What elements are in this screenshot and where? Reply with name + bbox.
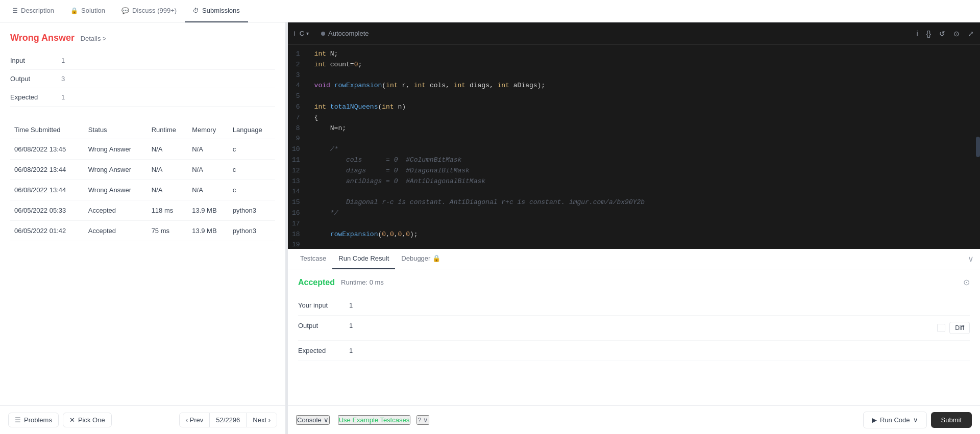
tab-debugger[interactable]: Debugger 🔒 bbox=[395, 249, 447, 269]
table-row[interactable]: 06/08/2022 13:45 Wrong Answer N/A N/A c bbox=[10, 139, 275, 160]
console-button[interactable]: Console ∨ bbox=[296, 415, 330, 425]
col-runtime: Runtime bbox=[148, 121, 188, 139]
line-numbers: 12345678910111213141516171819202122 bbox=[288, 45, 310, 249]
line-num: 17 bbox=[288, 219, 304, 229]
line-num: 14 bbox=[288, 187, 304, 197]
reset-icon[interactable]: ↺ bbox=[939, 30, 945, 38]
cell-time: 06/08/2022 13:45 bbox=[10, 139, 84, 160]
console-label: Console bbox=[297, 416, 322, 424]
submission-detail: Wrong Answer Details > Input 1 Output 3 … bbox=[0, 22, 285, 113]
cell-runtime: N/A bbox=[148, 160, 188, 180]
submissions-table: Time Submitted Status Runtime Memory Lan… bbox=[10, 121, 275, 241]
help-label: ? bbox=[418, 416, 421, 424]
cell-language: python3 bbox=[229, 221, 275, 241]
cell-time: 06/08/2022 13:44 bbox=[10, 180, 84, 200]
your-input-row: Your input 1 bbox=[298, 295, 970, 316]
cell-runtime: N/A bbox=[148, 139, 188, 160]
result-content: Accepted Runtime: 0 ms ⊙ Your input 1 Ou… bbox=[288, 269, 980, 405]
autocomplete-toggle[interactable]: Autocomplete bbox=[321, 30, 369, 37]
tab-discuss[interactable]: 💬 Discuss (999+) bbox=[113, 0, 185, 22]
table-row[interactable]: 06/05/2022 01:42 Accepted 75 ms 13.9 MB … bbox=[10, 221, 275, 241]
cell-status: Wrong Answer bbox=[84, 180, 148, 200]
prev-button[interactable]: ‹ Prev bbox=[180, 413, 210, 427]
table-row[interactable]: 06/08/2022 13:44 Wrong Answer N/A N/A c bbox=[10, 180, 275, 200]
chevron-down-icon: ▾ bbox=[306, 31, 309, 36]
diff-area: Diff bbox=[937, 322, 970, 334]
cell-status: Accepted bbox=[84, 221, 148, 241]
tab-description[interactable]: ☰ Description bbox=[4, 0, 62, 22]
expected-value: 1 bbox=[61, 93, 65, 101]
cell-runtime: 118 ms bbox=[148, 200, 188, 221]
tab-testcase[interactable]: Testcase bbox=[294, 249, 332, 269]
tab-solution[interactable]: 🔒 Solution bbox=[62, 0, 113, 22]
bottom-bar-right: Console ∨ Use Example Testcases ? ∨ ▶ Ru… bbox=[288, 405, 980, 434]
code-editor[interactable]: 12345678910111213141516171819202122 int … bbox=[288, 45, 980, 249]
expected-row: Expected 1 bbox=[10, 88, 275, 107]
help-button[interactable]: ? ∨ bbox=[416, 415, 429, 425]
next-button[interactable]: Next › bbox=[247, 413, 277, 427]
info-icon[interactable]: i bbox=[917, 30, 918, 38]
nav-group: ‹ Prev 52/2296 Next › bbox=[179, 413, 277, 427]
cell-memory: N/A bbox=[188, 180, 229, 200]
col-time: Time Submitted bbox=[10, 121, 84, 139]
result-runtime: Runtime: 0 ms bbox=[341, 278, 384, 286]
tab-run-code-result[interactable]: Run Code Result bbox=[332, 249, 395, 269]
line-num: 5 bbox=[288, 91, 304, 102]
line-num: 6 bbox=[288, 102, 304, 113]
line-num: 16 bbox=[288, 208, 304, 219]
lock-icon: 🔒 bbox=[70, 7, 78, 14]
fullscreen-icon[interactable]: ⤢ bbox=[968, 30, 974, 38]
cell-language: c bbox=[229, 139, 275, 160]
editor-header: i C ▾ Autocomplete i {} ↺ ⊙ ⤢ bbox=[288, 22, 980, 45]
submissions-section: Time Submitted Status Runtime Memory Lan… bbox=[0, 121, 285, 405]
line-num: 18 bbox=[288, 229, 304, 240]
pick-icon: ✕ bbox=[69, 416, 75, 424]
code-content[interactable]: int N; int count=0; void rowExpansion(in… bbox=[310, 45, 980, 249]
line-num: 7 bbox=[288, 113, 304, 123]
format-icon[interactable]: {} bbox=[926, 30, 931, 38]
your-input-label: Your input bbox=[298, 301, 349, 309]
line-num: 15 bbox=[288, 197, 304, 208]
result-expected-label: Expected bbox=[298, 347, 349, 354]
top-tabs: ☰ Description 🔒 Solution 💬 Discuss (999+… bbox=[0, 0, 980, 22]
result-output-value: 1 bbox=[349, 322, 937, 329]
line-num: 10 bbox=[288, 144, 304, 155]
cell-time: 06/05/2022 05:33 bbox=[10, 200, 84, 221]
line-num: 2 bbox=[288, 60, 304, 70]
diff-box bbox=[937, 324, 945, 332]
autocomplete-dot bbox=[321, 32, 325, 36]
editor-resize-handle[interactable] bbox=[976, 137, 980, 157]
cell-status: Wrong Answer bbox=[84, 160, 148, 180]
bottom-bar-left: ☰ Problems ✕ Pick One ‹ Prev 52/2296 Nex… bbox=[0, 405, 285, 434]
autocomplete-label: Autocomplete bbox=[328, 30, 369, 37]
submit-button[interactable]: Submit bbox=[931, 412, 972, 428]
detail-table: Input 1 Output 3 Expected 1 bbox=[10, 52, 275, 107]
result-output-label: Output bbox=[298, 322, 349, 329]
input-label: Input bbox=[10, 57, 61, 64]
pick-one-button[interactable]: ✕ Pick One bbox=[63, 413, 112, 427]
discuss-icon: 💬 bbox=[121, 7, 129, 14]
result-expected-row: Expected 1 bbox=[298, 341, 970, 361]
run-code-button[interactable]: ▶ Run Code ∨ bbox=[863, 412, 927, 428]
problems-button[interactable]: ☰ Problems bbox=[8, 413, 59, 427]
col-language: Language bbox=[229, 121, 275, 139]
result-header: Accepted Runtime: 0 ms ⊙ bbox=[298, 277, 970, 287]
line-num: 1 bbox=[288, 49, 304, 60]
result-info-icon[interactable]: ⊙ bbox=[963, 277, 970, 287]
submission-status: Wrong Answer bbox=[10, 33, 75, 43]
run-code-label: Run Code bbox=[880, 416, 910, 424]
result-tabs: Testcase Run Code Result Debugger 🔒 ∨ bbox=[288, 249, 980, 269]
tab-submissions[interactable]: ⏱ Submissions bbox=[185, 0, 248, 22]
table-row[interactable]: 06/05/2022 05:33 Accepted 118 ms 13.9 MB… bbox=[10, 200, 275, 221]
table-row[interactable]: 06/08/2022 13:44 Wrong Answer N/A N/A c bbox=[10, 160, 275, 180]
diff-button[interactable]: Diff bbox=[949, 322, 970, 334]
col-memory: Memory bbox=[188, 121, 229, 139]
details-link[interactable]: Details > bbox=[81, 35, 107, 42]
time-icon[interactable]: ⊙ bbox=[953, 30, 960, 38]
cell-language: c bbox=[229, 180, 275, 200]
language-selector[interactable]: C ▾ bbox=[300, 30, 309, 37]
use-example-button[interactable]: Use Example Testcases bbox=[338, 415, 411, 425]
cell-memory: N/A bbox=[188, 160, 229, 180]
editor-header-icons: i {} ↺ ⊙ ⤢ bbox=[917, 30, 974, 38]
collapse-icon[interactable]: ∨ bbox=[968, 254, 974, 264]
